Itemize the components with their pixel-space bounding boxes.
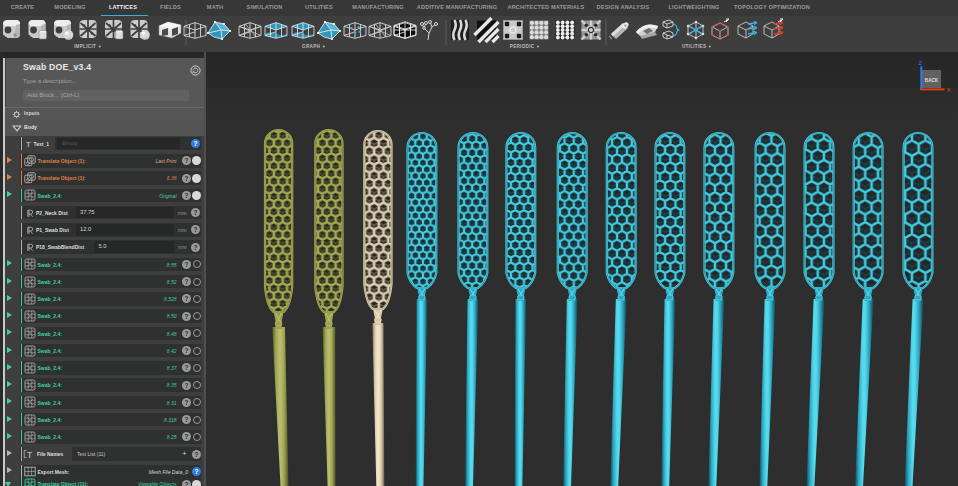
svg-text:T: T (26, 140, 31, 149)
svg-text:Z: Z (919, 60, 923, 66)
svg-text:T: T (27, 450, 33, 460)
svg-text:BACK: BACK (925, 78, 939, 83)
svg-text:X: X (947, 87, 951, 93)
